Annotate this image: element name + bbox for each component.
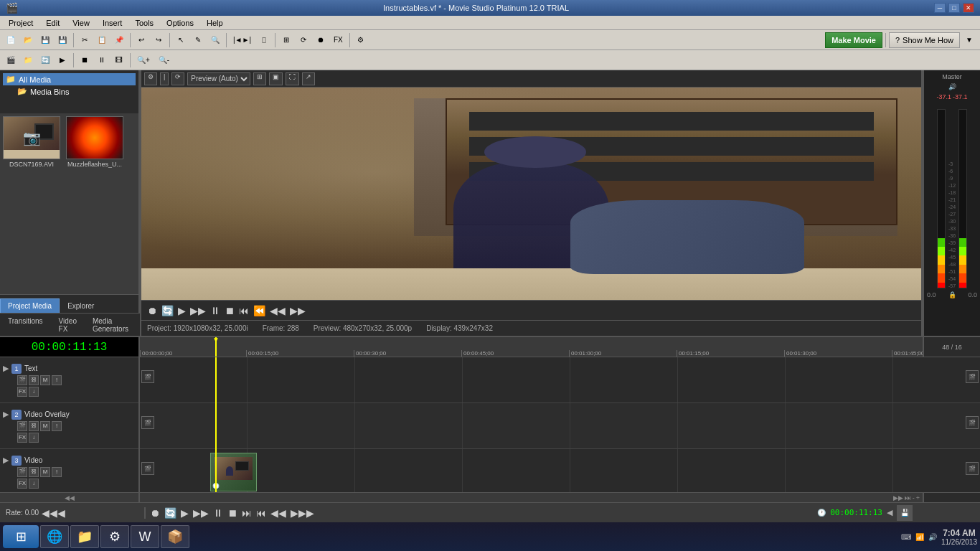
tb2-btn6[interactable]: ⏸	[94, 52, 110, 68]
track3-chain-btn[interactable]: ⛓	[29, 467, 39, 477]
menu-project[interactable]: Project	[3, 17, 39, 29]
tl-refresh-btn[interactable]: 🔄	[164, 507, 176, 519]
select-button[interactable]: ↖	[173, 32, 189, 48]
preview-play-btn[interactable]: ▶	[178, 305, 186, 316]
preview-settings-btn[interactable]: ⚙	[144, 72, 157, 85]
paste-button[interactable]: 📌	[111, 32, 127, 48]
track2-video-btn[interactable]: 🎬	[17, 421, 27, 431]
media-item-0[interactable]: DSCN7169.AVI	[3, 116, 60, 168]
zoom-out-tl-btn[interactable]: -	[913, 494, 915, 501]
loop-button[interactable]: ⟳	[296, 32, 311, 48]
tab-explorer[interactable]: Explorer	[60, 298, 102, 313]
track3-mute-btn[interactable]: M	[40, 467, 50, 477]
menu-edit[interactable]: Edit	[40, 17, 65, 29]
track3-fx-btn[interactable]: FX	[17, 479, 27, 489]
effect-button[interactable]: FX	[330, 32, 347, 48]
menu-options[interactable]: Options	[161, 17, 199, 29]
track1-video-btn[interactable]: 🎬	[17, 375, 27, 385]
tl-slowrev2-btn[interactable]: ◀◀	[270, 507, 286, 519]
preview-fastfwd-btn[interactable]: ▶▶	[290, 305, 306, 316]
tl-back-btn[interactable]: ⏮	[256, 507, 266, 519]
preview-stop-btn[interactable]: ▶▶	[190, 305, 206, 316]
track-expand-3[interactable]: ▶	[3, 456, 9, 465]
preview-quality-btn[interactable]: ⊞	[253, 72, 266, 85]
preview-fullscreen-btn[interactable]: ⛶	[286, 72, 299, 85]
record-button[interactable]: ⏺	[313, 32, 329, 48]
track3-video-btn[interactable]: 🎬	[17, 467, 27, 477]
new-project-button[interactable]: 📄	[3, 32, 19, 48]
menu-tools[interactable]: Tools	[129, 17, 159, 29]
preview-mode-select[interactable]: Preview (Auto)	[187, 72, 250, 85]
tl-loop-btn[interactable]: ⏺	[150, 507, 160, 519]
tb2-btn3[interactable]: 🔄	[37, 52, 53, 68]
open-button[interactable]: 📂	[20, 32, 36, 48]
maximize-button[interactable]: □	[948, 3, 960, 13]
show-me-how-button[interactable]: ? Show Me How	[889, 32, 960, 48]
menu-view[interactable]: View	[67, 17, 95, 29]
snap-button[interactable]: ⊞	[278, 32, 294, 48]
preview-rewind-btn[interactable]: ⏪	[253, 305, 265, 316]
tl-save-btn[interactable]: 💾	[897, 505, 913, 521]
tl-skipend-btn[interactable]: ⏭	[242, 507, 252, 519]
tl-pause-btn[interactable]: ⏸	[213, 507, 223, 519]
save-button[interactable]: 💾	[37, 32, 53, 48]
track3-down-btn[interactable]: ↓	[29, 479, 39, 489]
track1-down-btn[interactable]: ↓	[29, 387, 39, 397]
tb2-btn5[interactable]: ⏹	[77, 52, 93, 68]
preview-slowrev-btn[interactable]: ◀◀	[270, 305, 286, 316]
taskbar-word[interactable]: W	[131, 525, 159, 548]
preview-ext-btn[interactable]: ↗	[302, 72, 315, 85]
taskbar-folder[interactable]: 📁	[70, 525, 99, 548]
tl-stop-btn[interactable]: ⏹	[227, 507, 237, 519]
tl-rewind-btn[interactable]: ◀◀◀	[42, 507, 65, 519]
tb2-btn4[interactable]: ▶	[55, 52, 70, 68]
split-button[interactable]: |◄►|	[230, 32, 255, 48]
track-expand-1[interactable]: ▶	[3, 364, 9, 373]
taskbar-app5[interactable]: 📦	[161, 525, 189, 548]
close-button[interactable]: ✕	[963, 3, 974, 13]
taskbar-ie[interactable]: 🌐	[40, 525, 69, 548]
preview-refresh-btn[interactable]: 🔄	[161, 305, 174, 316]
undo-button[interactable]: ↩	[133, 32, 149, 48]
envelope-button[interactable]: ✎	[190, 32, 206, 48]
tab-transitions[interactable]: Transitions	[0, 314, 51, 336]
tb2-btn7[interactable]: 🎞	[111, 52, 127, 68]
cut-button[interactable]: ✂	[77, 32, 93, 48]
preview-skipstart-btn[interactable]: ⏮	[239, 305, 249, 316]
track2-fx-btn[interactable]: FX	[17, 433, 27, 443]
preview-split-btn[interactable]: |	[160, 72, 169, 85]
track3-vol-btn[interactable]: !	[52, 467, 62, 477]
scroll-right-btn[interactable]: ▶▶	[893, 494, 903, 501]
redo-button[interactable]: ↪	[151, 32, 166, 48]
tab-video-fx[interactable]: Video FX	[51, 314, 85, 336]
preview-view-btn[interactable]: ▣	[269, 72, 283, 85]
track1-mute-btn[interactable]: M	[40, 375, 50, 385]
track-expand-2[interactable]: ▶	[3, 410, 9, 419]
start-button[interactable]: ⊞	[3, 525, 39, 548]
properties-button[interactable]: ⚙	[353, 32, 369, 48]
media-item-1[interactable]: Muzzleflashes_U...	[66, 116, 123, 168]
menu-insert[interactable]: Insert	[97, 17, 128, 29]
video-clip-1[interactable]: 🕐	[210, 453, 257, 491]
track1-fx-btn[interactable]: FX	[17, 387, 27, 397]
save-as-button[interactable]: 💾	[55, 32, 70, 48]
track1-chain-btn[interactable]: ⛓	[29, 375, 39, 385]
tl-fastfwd2-btn[interactable]: ▶▶▶	[291, 507, 314, 519]
preview-pause-btn[interactable]: ⏸	[210, 305, 220, 316]
taskbar-chrome[interactable]: ⚙	[100, 525, 129, 548]
trim-button[interactable]: ⌷	[256, 32, 272, 48]
zoom-in-tl-btn[interactable]: +	[916, 494, 920, 501]
make-movie-button[interactable]: Make Movie	[825, 32, 882, 48]
track2-vol-btn[interactable]: !	[52, 421, 62, 431]
scroll-end-btn[interactable]: ⏭	[905, 494, 911, 501]
tb2-btn2[interactable]: 📁	[20, 52, 36, 68]
track1-vol-btn[interactable]: !	[52, 375, 62, 385]
tb2-zoom-out[interactable]: 🔍-	[155, 52, 173, 68]
track2-down-btn[interactable]: ↓	[29, 433, 39, 443]
preview-loop-btn[interactable]: ⟳	[171, 72, 184, 85]
tl-play2-btn[interactable]: ▶▶	[193, 507, 209, 519]
extra-button[interactable]: ▼	[961, 32, 977, 48]
tree-all-media[interactable]: 📁 All Media	[3, 73, 136, 85]
tb2-zoom-in[interactable]: 🔍+	[133, 52, 154, 68]
tab-project-media[interactable]: Project Media	[0, 298, 60, 313]
